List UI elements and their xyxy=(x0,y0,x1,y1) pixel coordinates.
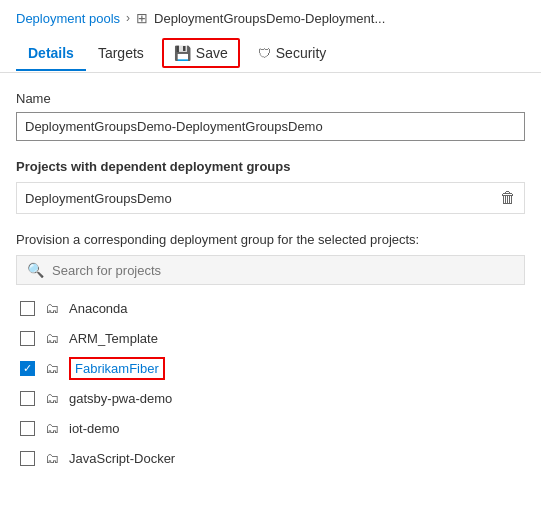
project-checkbox-anaconda[interactable] xyxy=(20,301,35,316)
name-input[interactable] xyxy=(16,112,525,141)
existing-project-name: DeploymentGroupsDemo xyxy=(25,191,172,206)
breadcrumb-link[interactable]: Deployment pools xyxy=(16,11,120,26)
project-checkbox-fabrikamfiber[interactable] xyxy=(20,361,35,376)
name-label: Name xyxy=(16,91,525,106)
list-item: 🗂gatsby-pwa-demo xyxy=(16,385,525,411)
project-icon-anaconda: 🗂 xyxy=(45,300,59,316)
breadcrumb-icon: ⊞ xyxy=(136,10,148,26)
tab-details-label: Details xyxy=(28,45,74,61)
save-icon: 💾 xyxy=(174,45,191,61)
search-icon: 🔍 xyxy=(27,262,44,278)
project-icon-fabrikamfiber: 🗂 xyxy=(45,360,59,376)
project-name-iot: iot-demo xyxy=(69,421,120,436)
search-box: 🔍 xyxy=(16,255,525,285)
existing-project-row: DeploymentGroupsDemo 🗑 xyxy=(16,182,525,214)
content-area: Name Projects with dependent deployment … xyxy=(0,73,541,489)
save-button[interactable]: 💾 Save xyxy=(162,38,240,68)
project-checkbox-arm_template[interactable] xyxy=(20,331,35,346)
tab-targets-label: Targets xyxy=(98,45,144,61)
breadcrumb: Deployment pools › ⊞ DeploymentGroupsDem… xyxy=(0,0,541,34)
tab-security-label: Security xyxy=(276,45,327,61)
project-icon-iot: 🗂 xyxy=(45,420,59,436)
project-name-jsdocker: JavaScript-Docker xyxy=(69,451,175,466)
breadcrumb-separator: › xyxy=(126,11,130,25)
save-label: Save xyxy=(196,45,228,61)
project-name-anaconda: Anaconda xyxy=(69,301,128,316)
project-name-fabrikamfiber: FabrikamFiber xyxy=(69,361,165,376)
tab-targets[interactable]: Targets xyxy=(86,37,156,71)
projects-section-title: Projects with dependent deployment group… xyxy=(16,159,525,174)
list-item: 🗂Anaconda xyxy=(16,295,525,321)
list-item: 🗂iot-demo xyxy=(16,415,525,441)
list-item: 🗂ARM_Template xyxy=(16,325,525,351)
breadcrumb-current: DeploymentGroupsDemo-Deployment... xyxy=(154,11,385,26)
project-checkbox-jsdocker[interactable] xyxy=(20,451,35,466)
project-name-gatsby: gatsby-pwa-demo xyxy=(69,391,172,406)
project-list: 🗂Anaconda🗂ARM_Template🗂FabrikamFiber🗂gat… xyxy=(16,295,525,471)
project-checkbox-iot[interactable] xyxy=(20,421,35,436)
delete-icon[interactable]: 🗑 xyxy=(500,189,516,207)
project-icon-gatsby: 🗂 xyxy=(45,390,59,406)
project-icon-jsdocker: 🗂 xyxy=(45,450,59,466)
tabs-bar: Details Targets 💾 Save 🛡 Security xyxy=(0,34,541,73)
project-name-arm_template: ARM_Template xyxy=(69,331,158,346)
provision-label: Provision a corresponding deployment gro… xyxy=(16,232,525,247)
tab-details[interactable]: Details xyxy=(16,37,86,71)
shield-icon: 🛡 xyxy=(258,46,271,61)
tab-security[interactable]: 🛡 Security xyxy=(246,37,339,69)
list-item: 🗂FabrikamFiber xyxy=(16,355,525,381)
search-input[interactable] xyxy=(52,263,514,278)
list-item: 🗂JavaScript-Docker xyxy=(16,445,525,471)
project-checkbox-gatsby[interactable] xyxy=(20,391,35,406)
project-icon-arm_template: 🗂 xyxy=(45,330,59,346)
